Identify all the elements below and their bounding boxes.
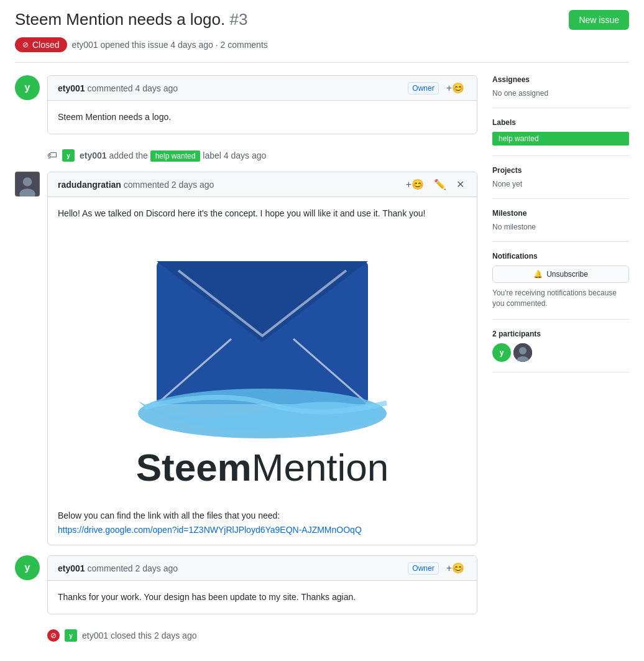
avatar-ety001-3: y <box>15 555 40 580</box>
comment-1-actions: Owner +😊 <box>408 81 467 95</box>
bell-muted-icon: 🔔 <box>533 270 543 279</box>
sidebar-labels: Labels help wanted <box>492 108 629 156</box>
label-event: 🏷 y ety001 added the help wanted label 4… <box>15 144 477 167</box>
comment-1-header: ety001 commented 4 days ago Owner +😊 <box>48 76 477 101</box>
owner-badge-3: Owner <box>408 562 438 575</box>
sidebar-notifications: Notifications 🔔 Unsubscribe You're recei… <box>492 242 629 320</box>
help-wanted-tag: help wanted <box>150 150 201 162</box>
no-milestone-text: No milestone <box>492 223 629 231</box>
comment-1-meta: ety001 commented 4 days ago <box>58 83 178 93</box>
label-event-time: label 4 days ago <box>203 150 266 160</box>
comment-1-body: Steem Mention needs a logo. <box>48 101 477 134</box>
comment-2-actions: +😊 ✏️ ✕ <box>403 177 467 192</box>
close-event-text: ety001 closed this 2 days ago <box>82 631 196 640</box>
emoji-btn-2[interactable]: +😊 <box>403 177 426 192</box>
steem-mention-text: SteemMention <box>70 448 454 487</box>
no-assignee-text: No one assigned <box>492 89 629 98</box>
label-icon: 🏷 <box>47 150 57 161</box>
comment-2-author: radudangratian <box>58 180 121 190</box>
comment-2-wrapper: radudangratian commented 2 days ago +😊 ✏… <box>15 172 477 545</box>
notification-reason-text: You're receiving notifications because y… <box>492 288 629 309</box>
sidebar-participants: 2 participants y <box>492 320 629 372</box>
unsubscribe-label: Unsubscribe <box>546 270 588 279</box>
steem-bold: Steem <box>136 446 252 489</box>
issue-title: Steem Mention needs a logo. #3 <box>15 10 247 29</box>
issue-number: #3 <box>229 10 247 29</box>
main-layout: y ety001 commented 4 days ago Owner +😊 <box>15 75 629 647</box>
milestone-heading: Milestone <box>492 209 629 218</box>
svg-point-1 <box>23 177 32 186</box>
emoji-btn-3[interactable]: +😊 <box>444 561 467 575</box>
issue-opened-text: ety001 opened this issue 4 days ago · 2 … <box>72 40 268 50</box>
closed-badge: ⊘ Closed <box>15 37 67 52</box>
steem-mention-logo-svg <box>107 243 418 441</box>
issue-title-text: Steem Mention needs a logo. <box>15 10 225 29</box>
mention-light: Mention <box>252 446 389 489</box>
new-issue-button[interactable]: New issue <box>569 10 629 30</box>
edit-btn-2[interactable]: ✏️ <box>431 177 449 192</box>
owner-badge-1: Owner <box>408 82 438 95</box>
close-btn-2[interactable]: ✕ <box>454 177 467 192</box>
comment-3-body: Thanks for your work. Your design has be… <box>48 581 477 614</box>
help-wanted-label[interactable]: help wanted <box>492 132 629 146</box>
comment-3-meta: ety001 commented 2 days ago <box>58 563 178 573</box>
close-event: ⊘ y ety001 closed this 2 days ago <box>47 624 477 647</box>
participant-avatar-radudangratian[interactable] <box>513 343 532 362</box>
label-event-author: ety001 <box>80 150 107 160</box>
comment-1-timestamp: commented 4 days ago <box>87 83 178 93</box>
label-event-text: ety001 added the help wanted label 4 day… <box>80 150 266 160</box>
projects-heading: Projects <box>492 166 629 175</box>
comment-1-wrapper: y ety001 commented 4 days ago Owner +😊 <box>15 75 477 134</box>
issue-meta: ⊘ Closed ety001 opened this issue 4 days… <box>15 37 629 63</box>
comment-1-text: Steem Mention needs a logo. <box>58 111 467 124</box>
closed-icon: ⊘ <box>22 40 29 49</box>
comment-3-header: ety001 commented 2 days ago Owner +😊 <box>48 556 477 581</box>
assignees-heading: Assignees <box>492 75 629 84</box>
sidebar-milestone: Milestone No milestone <box>492 199 629 242</box>
comment-2-box: radudangratian commented 2 days ago +😊 ✏… <box>47 172 477 545</box>
sidebar-projects: Projects None yet <box>492 156 629 199</box>
comment-2-body: Hello! As we talked on Discord here it's… <box>48 197 477 545</box>
logo-image: SteemMention <box>58 230 467 509</box>
label-event-avatar: y <box>62 149 75 162</box>
comment-3-text: Thanks for your work. Your design has be… <box>58 591 467 604</box>
timeline-col: y ety001 commented 4 days ago Owner +😊 <box>15 75 477 647</box>
comment-3-wrapper: y ety001 commented 2 days ago Owner +😊 <box>15 555 477 614</box>
avatar-radudangratian <box>15 172 40 196</box>
comment-2-timestamp: commented 2 days ago <box>124 180 214 190</box>
participant-avatar-ety001[interactable]: y <box>492 343 511 362</box>
comment-3-box: ety001 commented 2 days ago Owner +😊 Tha… <box>47 555 477 614</box>
no-projects-text: None yet <box>492 180 629 188</box>
comment-2-meta: radudangratian commented 2 days ago <box>58 180 214 190</box>
comment-2-intro: Hello! As we talked on Discord here it's… <box>58 207 467 220</box>
comment-2-files-text: Below you can find the link with all the… <box>58 509 467 522</box>
comment-3-actions: Owner +😊 <box>408 561 467 575</box>
close-event-avatar: y <box>65 629 77 642</box>
comment-3-timestamp: commented 2 days ago <box>87 563 178 573</box>
svg-point-7 <box>519 347 527 354</box>
labels-heading: Labels <box>492 118 629 127</box>
avatar-ety001-1: y <box>15 75 40 100</box>
comment-1-box: ety001 commented 4 days ago Owner +😊 Ste… <box>47 75 477 134</box>
sidebar: Assignees No one assigned Labels help wa… <box>492 75 629 647</box>
comment-1-author: ety001 <box>58 83 85 93</box>
label-event-action: added the <box>109 150 147 160</box>
emoji-btn-1[interactable]: +😊 <box>444 81 467 95</box>
sidebar-assignees: Assignees No one assigned <box>492 75 629 108</box>
issue-header: Steem Mention needs a logo. #3 New issue <box>15 10 629 30</box>
closed-label: Closed <box>32 40 60 50</box>
close-event-icon: ⊘ <box>47 629 60 642</box>
participants-heading: 2 participants <box>492 330 629 338</box>
unsubscribe-button[interactable]: 🔔 Unsubscribe <box>492 266 629 283</box>
participants-list: y <box>492 343 629 362</box>
comment-3-author: ety001 <box>58 563 85 573</box>
notifications-heading: Notifications <box>492 252 629 261</box>
comment-2-header: radudangratian commented 2 days ago +😊 ✏… <box>48 172 477 197</box>
drive-link[interactable]: https://drive.google.com/open?id=1Z3NWYj… <box>58 525 362 535</box>
